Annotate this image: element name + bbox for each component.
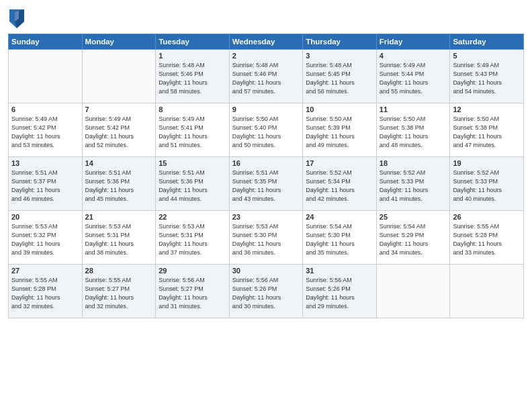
day-number: 15 (159, 159, 226, 167)
calendar-cell: 24Sunrise: 5:54 AM Sunset: 5:30 PM Dayli… (303, 211, 377, 265)
day-info: Sunrise: 5:49 AM Sunset: 5:42 PM Dayligh… (11, 115, 79, 150)
day-number: 16 (232, 159, 300, 167)
day-number: 3 (306, 52, 373, 60)
weekday-header-tuesday: Tuesday (156, 34, 230, 50)
day-info: Sunrise: 5:54 AM Sunset: 5:30 PM Dayligh… (306, 222, 373, 257)
day-number: 25 (380, 213, 447, 221)
week-row-1: 1Sunrise: 5:48 AM Sunset: 5:46 PM Daylig… (9, 50, 524, 103)
calendar-cell: 18Sunrise: 5:52 AM Sunset: 5:33 PM Dayli… (376, 157, 450, 211)
calendar-table: SundayMondayTuesdayWednesdayThursdayFrid… (8, 34, 524, 318)
day-info: Sunrise: 5:51 AM Sunset: 5:36 PM Dayligh… (159, 169, 226, 203)
day-info: Sunrise: 5:53 AM Sunset: 5:31 PM Dayligh… (85, 222, 153, 257)
day-number: 30 (232, 267, 300, 275)
day-number: 2 (232, 52, 300, 60)
weekday-header-row: SundayMondayTuesdayWednesdayThursdayFrid… (9, 34, 524, 50)
calendar-cell: 14Sunrise: 5:51 AM Sunset: 5:36 PM Dayli… (82, 157, 156, 211)
day-number: 29 (159, 267, 226, 275)
calendar-cell: 23Sunrise: 5:53 AM Sunset: 5:30 PM Dayli… (229, 211, 303, 265)
day-number: 10 (306, 105, 373, 113)
day-number: 24 (306, 213, 373, 221)
calendar-cell: 7Sunrise: 5:49 AM Sunset: 5:42 PM Daylig… (82, 103, 156, 157)
week-row-3: 13Sunrise: 5:51 AM Sunset: 5:37 PM Dayli… (9, 157, 524, 211)
day-info: Sunrise: 5:50 AM Sunset: 5:38 PM Dayligh… (453, 115, 521, 150)
week-row-2: 6Sunrise: 5:49 AM Sunset: 5:42 PM Daylig… (9, 103, 524, 157)
day-number: 11 (380, 105, 447, 113)
day-number: 4 (380, 52, 447, 60)
weekday-header-monday: Monday (82, 34, 156, 50)
day-number: 6 (11, 105, 79, 113)
calendar-cell: 4Sunrise: 5:49 AM Sunset: 5:44 PM Daylig… (376, 50, 450, 103)
page-container: SundayMondayTuesdayWednesdayThursdayFrid… (0, 0, 532, 324)
calendar-cell: 2Sunrise: 5:48 AM Sunset: 5:46 PM Daylig… (229, 50, 303, 103)
day-number: 19 (453, 159, 521, 167)
calendar-cell: 6Sunrise: 5:49 AM Sunset: 5:42 PM Daylig… (9, 103, 83, 157)
day-info: Sunrise: 5:53 AM Sunset: 5:31 PM Dayligh… (159, 222, 226, 257)
day-info: Sunrise: 5:48 AM Sunset: 5:45 PM Dayligh… (306, 61, 373, 96)
day-info: Sunrise: 5:55 AM Sunset: 5:28 PM Dayligh… (11, 276, 79, 311)
day-number: 9 (232, 105, 300, 113)
day-info: Sunrise: 5:50 AM Sunset: 5:38 PM Dayligh… (380, 115, 447, 150)
weekday-header-wednesday: Wednesday (229, 34, 303, 50)
calendar-cell: 22Sunrise: 5:53 AM Sunset: 5:31 PM Dayli… (156, 211, 230, 265)
day-number: 26 (453, 213, 521, 221)
calendar-cell: 9Sunrise: 5:50 AM Sunset: 5:40 PM Daylig… (229, 103, 303, 157)
logo (8, 9, 24, 28)
day-info: Sunrise: 5:55 AM Sunset: 5:28 PM Dayligh… (453, 222, 521, 257)
weekday-header-thursday: Thursday (303, 34, 377, 50)
day-info: Sunrise: 5:52 AM Sunset: 5:33 PM Dayligh… (453, 169, 521, 203)
calendar-cell: 12Sunrise: 5:50 AM Sunset: 5:38 PM Dayli… (450, 103, 524, 157)
calendar-cell: 26Sunrise: 5:55 AM Sunset: 5:28 PM Dayli… (450, 211, 524, 265)
day-info: Sunrise: 5:52 AM Sunset: 5:33 PM Dayligh… (380, 169, 447, 203)
day-number: 7 (85, 105, 153, 113)
day-info: Sunrise: 5:49 AM Sunset: 5:41 PM Dayligh… (159, 115, 226, 150)
calendar-cell: 3Sunrise: 5:48 AM Sunset: 5:45 PM Daylig… (303, 50, 377, 103)
day-info: Sunrise: 5:50 AM Sunset: 5:40 PM Dayligh… (232, 115, 300, 150)
day-number: 23 (232, 213, 300, 221)
day-number: 31 (306, 267, 373, 275)
day-info: Sunrise: 5:48 AM Sunset: 5:46 PM Dayligh… (159, 61, 226, 96)
weekday-header-saturday: Saturday (450, 34, 524, 50)
day-info: Sunrise: 5:51 AM Sunset: 5:37 PM Dayligh… (11, 169, 79, 203)
calendar-cell: 15Sunrise: 5:51 AM Sunset: 5:36 PM Dayli… (156, 157, 230, 211)
day-info: Sunrise: 5:53 AM Sunset: 5:30 PM Dayligh… (232, 222, 300, 257)
calendar-cell: 10Sunrise: 5:50 AM Sunset: 5:39 PM Dayli… (303, 103, 377, 157)
calendar-cell (9, 50, 83, 103)
calendar-cell: 17Sunrise: 5:52 AM Sunset: 5:34 PM Dayli… (303, 157, 377, 211)
day-info: Sunrise: 5:49 AM Sunset: 5:42 PM Dayligh… (85, 115, 153, 150)
day-number: 17 (306, 159, 373, 167)
day-number: 27 (11, 267, 79, 275)
calendar-cell: 11Sunrise: 5:50 AM Sunset: 5:38 PM Dayli… (376, 103, 450, 157)
calendar-cell (450, 265, 524, 318)
day-number: 18 (380, 159, 447, 167)
calendar-cell: 8Sunrise: 5:49 AM Sunset: 5:41 PM Daylig… (156, 103, 230, 157)
day-info: Sunrise: 5:50 AM Sunset: 5:39 PM Dayligh… (306, 115, 373, 150)
day-info: Sunrise: 5:49 AM Sunset: 5:43 PM Dayligh… (453, 61, 521, 96)
calendar-cell: 31Sunrise: 5:56 AM Sunset: 5:26 PM Dayli… (303, 265, 377, 318)
calendar-cell: 27Sunrise: 5:55 AM Sunset: 5:28 PM Dayli… (9, 265, 83, 318)
weekday-header-sunday: Sunday (9, 34, 83, 50)
day-number: 8 (159, 105, 226, 113)
day-number: 13 (11, 159, 79, 167)
day-info: Sunrise: 5:55 AM Sunset: 5:27 PM Dayligh… (85, 276, 153, 311)
calendar-body: 1Sunrise: 5:48 AM Sunset: 5:46 PM Daylig… (9, 50, 524, 318)
day-number: 21 (85, 213, 153, 221)
day-info: Sunrise: 5:56 AM Sunset: 5:27 PM Dayligh… (159, 276, 226, 311)
calendar-cell: 28Sunrise: 5:55 AM Sunset: 5:27 PM Dayli… (82, 265, 156, 318)
day-info: Sunrise: 5:52 AM Sunset: 5:34 PM Dayligh… (306, 169, 373, 203)
calendar-cell: 13Sunrise: 5:51 AM Sunset: 5:37 PM Dayli… (9, 157, 83, 211)
day-info: Sunrise: 5:51 AM Sunset: 5:36 PM Dayligh… (85, 169, 153, 203)
calendar-cell: 20Sunrise: 5:53 AM Sunset: 5:32 PM Dayli… (9, 211, 83, 265)
day-number: 20 (11, 213, 79, 221)
day-info: Sunrise: 5:51 AM Sunset: 5:35 PM Dayligh… (232, 169, 300, 203)
calendar-cell: 5Sunrise: 5:49 AM Sunset: 5:43 PM Daylig… (450, 50, 524, 103)
day-number: 12 (453, 105, 521, 113)
calendar-cell: 25Sunrise: 5:54 AM Sunset: 5:29 PM Dayli… (376, 211, 450, 265)
logo-icon (9, 9, 24, 28)
day-number: 5 (453, 52, 521, 60)
calendar-cell: 16Sunrise: 5:51 AM Sunset: 5:35 PM Dayli… (229, 157, 303, 211)
calendar-header: SundayMondayTuesdayWednesdayThursdayFrid… (9, 34, 524, 50)
day-info: Sunrise: 5:48 AM Sunset: 5:46 PM Dayligh… (232, 61, 300, 96)
calendar-cell: 19Sunrise: 5:52 AM Sunset: 5:33 PM Dayli… (450, 157, 524, 211)
calendar-cell: 30Sunrise: 5:56 AM Sunset: 5:26 PM Dayli… (229, 265, 303, 318)
day-info: Sunrise: 5:56 AM Sunset: 5:26 PM Dayligh… (232, 276, 300, 311)
